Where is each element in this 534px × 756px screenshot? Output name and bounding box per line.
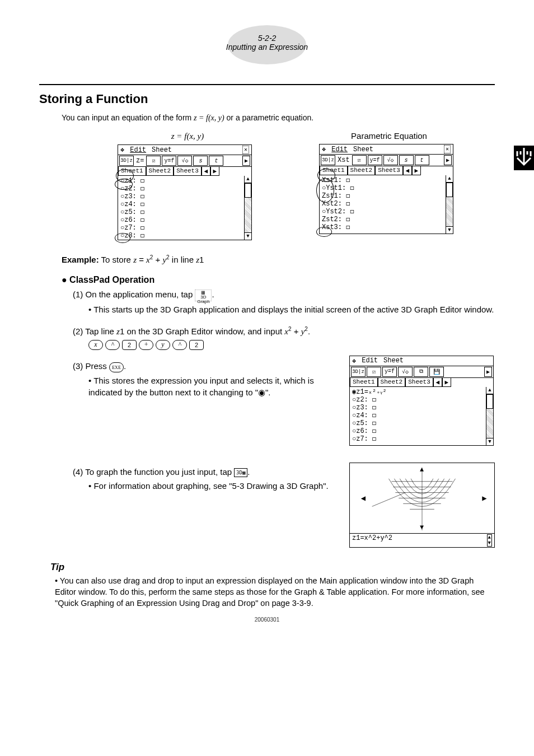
tab-scroll-right-icon[interactable]: ▶ — [210, 167, 219, 176]
key-y[interactable]: y — [156, 340, 170, 350]
menu-sheet[interactable]: Sheet — [383, 357, 404, 365]
tab-sheet2[interactable]: Sheet2 — [348, 166, 376, 175]
tab-scroll-left-icon[interactable]: ◀ — [202, 167, 210, 176]
tb-btn-save-icon[interactable]: 💾 — [429, 367, 444, 377]
key-plus[interactable]: + — [139, 340, 153, 350]
tb-btn-2[interactable]: y=f — [382, 367, 397, 377]
mode-z-icon[interactable]: 3D|z — [119, 156, 134, 166]
tab-sheet3[interactable]: Sheet3 — [405, 378, 433, 387]
list-row[interactable]: ○Yst1: ◻ — [322, 184, 451, 192]
close-icon[interactable]: ✕ — [444, 145, 451, 153]
tab-scroll-right-icon[interactable]: ▶ — [412, 166, 421, 175]
key-caret[interactable]: ^ — [105, 340, 120, 350]
menu-sheet[interactable]: Sheet — [353, 146, 373, 153]
key-exe[interactable]: EXE — [109, 362, 124, 372]
mode-param-icon[interactable]: 3D|z — [321, 155, 335, 165]
menu-dropdown-icon[interactable]: ❖ — [120, 146, 124, 154]
key-caret[interactable]: ^ — [172, 340, 187, 350]
tb-btn-s[interactable]: s — [399, 155, 414, 165]
tb-btn-3[interactable]: √◇ — [177, 156, 192, 166]
tb-btn-3[interactable]: √◇ — [383, 155, 398, 165]
tb-btn-t[interactable]: t — [415, 155, 429, 165]
list-row-z8[interactable]: ○z8: ◻ — [120, 232, 249, 240]
tb-btn-1[interactable]: ☑ — [146, 156, 161, 166]
list-row[interactable]: Zst1: ◻ — [322, 192, 451, 200]
toolbar-more-icon[interactable]: ▶ — [444, 155, 452, 165]
mode-label: z= — [136, 157, 144, 165]
example: Example: To store z = x2 + y2 in line z1 — [62, 254, 495, 265]
menu-edit[interactable]: Edit — [130, 146, 146, 154]
screenshot-parametric: ❖ Edit Sheet ✕ 3D|z Xst ☑ y=f √◇ s t ▶ — [319, 144, 453, 234]
scroll-down-icon[interactable]: ▼ — [486, 438, 493, 445]
graph-button-icon[interactable]: 3D▦ — [234, 468, 247, 477]
tip-heading: Tip — [50, 562, 495, 573]
scrollbar[interactable]: ▲ ▼ — [486, 387, 493, 445]
list-row[interactable]: ○z3: ◻ — [352, 404, 491, 412]
scroll-up-icon[interactable]: ▲ — [486, 387, 493, 394]
list-row[interactable]: Xst1: ◻ — [322, 176, 451, 184]
list-row-z1-selected[interactable]: ◉z1=ₓ²₊ᵧ² — [352, 388, 491, 396]
toolbar-more-icon[interactable]: ▶ — [242, 156, 250, 166]
scrollbar[interactable]: ▲ ▼ — [244, 176, 251, 240]
tb-btn-4[interactable]: ⧉ — [414, 367, 428, 377]
list-row[interactable]: ○z4: ◻ — [352, 412, 491, 419]
scroll-up-icon[interactable]: ▲ — [245, 176, 251, 183]
tb-btn-t[interactable]: t — [209, 156, 223, 166]
list-row[interactable]: ○z5: ◻ — [352, 419, 491, 427]
tab-scroll-left-icon[interactable]: ◀ — [403, 166, 412, 175]
tb-btn-s[interactable]: s — [193, 156, 208, 166]
intro-text: You can input an equation of the form z … — [62, 113, 495, 123]
menu-edit[interactable]: Edit — [331, 146, 348, 153]
key-2[interactable]: 2 — [189, 340, 204, 350]
list-row-z7[interactable]: ○z7: ◻ — [120, 224, 249, 232]
step-1-note: This starts up the 3D Graph application … — [88, 304, 495, 315]
tab-sheet2[interactable]: Sheet2 — [378, 378, 406, 387]
annotation-circle-param1 — [316, 178, 334, 203]
tb-btn-1[interactable]: ☑ — [352, 155, 367, 165]
tb-btn-1[interactable]: ☑ — [367, 367, 381, 377]
list-row-z3[interactable]: ○z3: ◻ — [120, 193, 249, 200]
step-3-note: This stores the expression you input and… — [88, 375, 332, 398]
list-row[interactable]: ○z6: ◻ — [352, 427, 491, 435]
tb-btn-2[interactable]: y=f — [162, 156, 176, 166]
menu-dropdown-icon[interactable]: ❖ — [322, 145, 326, 153]
annotation-circle-last — [316, 227, 332, 237]
list-row[interactable]: ○Yst2: ◻ — [322, 208, 451, 216]
list-row-z5[interactable]: ○z5: ◻ — [120, 208, 249, 216]
list-row[interactable]: Zst2: ◻ — [322, 216, 451, 223]
scroll-down-icon[interactable]: ▼ — [446, 226, 453, 234]
tip-body: You can also use drag and drop to input … — [55, 575, 495, 609]
tab-sheet3[interactable]: Sheet3 — [375, 166, 403, 175]
list-row-z2[interactable]: ○z2: ◻ — [120, 185, 249, 193]
tab-scroll-right-icon[interactable]: ▶ — [442, 378, 451, 387]
tb-btn-3[interactable]: √◇ — [398, 367, 413, 377]
app-3dgraph-icon[interactable]: ▦3D Graph — [195, 290, 212, 301]
tb-btn-2[interactable]: y=f — [368, 155, 382, 165]
svg-text:▶: ▶ — [482, 494, 487, 503]
tab-sheet3[interactable]: Sheet3 — [174, 167, 202, 176]
tab-scroll-left-icon[interactable]: ◀ — [433, 378, 442, 387]
scroll-down-icon[interactable]: ▼ — [245, 232, 251, 240]
list-row-z6[interactable]: ○z6: ◻ — [120, 216, 249, 224]
tab-sheet1[interactable]: Sheet1 — [350, 378, 378, 387]
toolbar-more-icon[interactable]: ▶ — [484, 367, 492, 377]
list-row[interactable]: Xst2: ◻ — [322, 200, 451, 208]
list-row[interactable]: Xst3: ◻ — [322, 223, 451, 231]
menu-edit[interactable]: Edit — [362, 357, 378, 365]
list-row-z1[interactable]: ○z1: ◻ — [120, 177, 249, 185]
key-x[interactable]: x — [88, 340, 103, 350]
list-row-z4[interactable]: ○z4: ◻ — [120, 200, 249, 208]
list-row[interactable]: ○z2: ◻ — [352, 396, 491, 404]
mode-icon[interactable]: 3D|z — [351, 367, 366, 377]
list-row[interactable]: ○z7: ◻ — [352, 435, 491, 443]
menu-dropdown-icon[interactable]: ❖ — [352, 357, 356, 365]
key-2[interactable]: 2 — [122, 340, 137, 350]
graph-adjust-icon[interactable]: ▲▼ — [487, 534, 492, 547]
section-header: 5-2-2 Inputting an Expression — [39, 22, 495, 67]
step-2: (2) Tap line z1 on the 3D Graph Editor w… — [73, 325, 495, 338]
scrollbar[interactable]: ▲ ▼ — [446, 175, 453, 234]
tab-sheet2[interactable]: Sheet2 — [146, 167, 174, 176]
scroll-up-icon[interactable]: ▲ — [446, 175, 453, 183]
close-icon[interactable]: ✕ — [242, 146, 249, 154]
menu-sheet[interactable]: Sheet — [152, 146, 172, 154]
